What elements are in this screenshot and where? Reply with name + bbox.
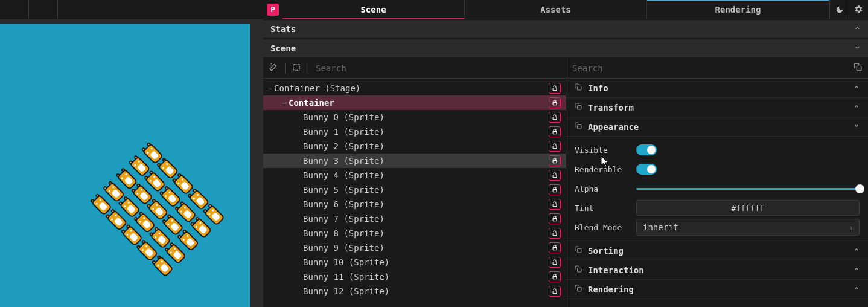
lock-icon[interactable]: [549, 155, 561, 166]
section-stats[interactable]: Stats: [263, 19, 868, 39]
svg-rect-4: [553, 132, 557, 134]
svg-rect-6: [553, 161, 557, 163]
tree-item-sprite[interactable]: Bunny 1 (Sprite): [263, 124, 566, 139]
tree-item-sprite[interactable]: Bunny 12 (Sprite): [263, 284, 566, 299]
svg-rect-17: [578, 86, 582, 91]
theme-toggle-icon[interactable]: [829, 0, 849, 19]
copy-icon[interactable]: [854, 63, 862, 74]
slider-thumb[interactable]: [855, 184, 864, 193]
lock-icon[interactable]: [549, 83, 561, 94]
viewport-tabs: [0, 0, 263, 19]
prop-label: Renderable: [575, 165, 636, 174]
svg-rect-3: [553, 117, 557, 120]
search-input[interactable]: [316, 63, 560, 73]
lock-icon[interactable]: [549, 170, 561, 181]
tree-item-label: Bunny 12 (Sprite): [303, 286, 389, 296]
tree-item-sprite[interactable]: Bunny 0 (Sprite): [263, 110, 566, 124]
copy-icon[interactable]: [575, 265, 582, 274]
copy-icon[interactable]: [575, 103, 582, 112]
prop-label: Blend Mode: [575, 223, 636, 232]
expander-icon[interactable]: —: [266, 85, 274, 92]
copy-icon[interactable]: [575, 246, 582, 255]
lock-icon[interactable]: [549, 126, 561, 137]
svg-rect-22: [578, 288, 582, 292]
prop-section-sorting[interactable]: Sorting: [566, 241, 868, 260]
tree-item-sprite[interactable]: Bunny 9 (Sprite): [263, 241, 566, 255]
tab-assets[interactable]: Assets: [465, 0, 647, 19]
copy-icon[interactable]: [575, 83, 582, 92]
game-canvas[interactable]: [0, 24, 250, 307]
prop-label: Visible: [575, 146, 636, 155]
prop-label: Tint: [575, 204, 636, 213]
tree-item-sprite[interactable]: Bunny 11 (Sprite): [263, 270, 566, 284]
lock-icon[interactable]: [549, 184, 561, 195]
chevron-down-icon: [854, 123, 860, 131]
app-logo[interactable]: P: [263, 0, 282, 19]
lock-icon[interactable]: [549, 271, 561, 282]
expander-icon[interactable]: —: [280, 99, 289, 107]
search-input[interactable]: [572, 63, 854, 73]
canvas-wrapper: [0, 19, 263, 307]
tree-item-sprite[interactable]: Bunny 3 (Sprite): [263, 154, 566, 168]
blend-mode-select[interactable]: inherit ⇅: [636, 219, 860, 236]
alpha-slider[interactable]: [636, 188, 860, 190]
lock-icon[interactable]: [549, 286, 561, 297]
lock-icon[interactable]: [549, 228, 561, 239]
appearance-body: Visible Renderable Alpha Tint: [566, 137, 868, 241]
lock-icon[interactable]: [549, 141, 561, 152]
svg-rect-1: [553, 88, 557, 91]
tab-rendering[interactable]: Rendering: [647, 0, 829, 19]
lock-icon[interactable]: [549, 199, 561, 210]
settings-icon[interactable]: [849, 0, 868, 19]
prop-section-transform[interactable]: Transform: [566, 98, 868, 117]
tree-item-container[interactable]: —Container: [263, 95, 566, 110]
prop-section-rendering[interactable]: Rendering: [566, 280, 868, 299]
prop-section-interaction[interactable]: Interaction: [566, 260, 868, 280]
empty-tab[interactable]: [0, 0, 29, 19]
renderable-toggle[interactable]: [636, 164, 657, 175]
svg-rect-2: [553, 103, 557, 105]
chevron-up-icon: [854, 84, 860, 92]
tree-item-stage[interactable]: —Container (Stage): [263, 81, 566, 95]
tree-item-sprite[interactable]: Bunny 8 (Sprite): [263, 226, 566, 241]
lock-icon[interactable]: [549, 257, 561, 268]
section-scene[interactable]: Scene: [263, 39, 868, 58]
tree-item-label: Container (Stage): [274, 83, 360, 93]
visible-toggle[interactable]: [636, 144, 657, 155]
empty-tab[interactable]: [29, 0, 58, 19]
lock-icon[interactable]: [549, 112, 561, 123]
tree-item-label: Bunny 1 (Sprite): [303, 127, 385, 137]
lock-icon[interactable]: [549, 213, 561, 224]
tree-item-label: Bunny 10 (Sprite): [303, 257, 389, 267]
tab-scene[interactable]: Scene: [282, 0, 465, 19]
tree-item-sprite[interactable]: Bunny 7 (Sprite): [263, 212, 566, 226]
svg-rect-5: [553, 146, 557, 149]
svg-rect-15: [553, 291, 557, 294]
lock-icon[interactable]: [549, 242, 561, 253]
scene-tree-pane: —Container (Stage)—ContainerBunny 0 (Spr…: [263, 58, 566, 307]
tree-item-label: Bunny 4 (Sprite): [303, 170, 385, 180]
tree-item-sprite[interactable]: Bunny 4 (Sprite): [263, 168, 566, 183]
svg-rect-16: [857, 66, 861, 71]
wand-icon[interactable]: [269, 63, 278, 73]
chevron-up-icon: [854, 266, 860, 274]
tree-item-label: Bunny 3 (Sprite): [303, 156, 385, 166]
bounds-icon[interactable]: [293, 63, 301, 73]
chevron-up-icon: [854, 247, 860, 254]
tree-item-label: Bunny 5 (Sprite): [303, 185, 385, 195]
copy-icon[interactable]: [575, 122, 582, 131]
tree-item-label: Bunny 9 (Sprite): [303, 243, 385, 253]
tree-item-sprite[interactable]: Bunny 6 (Sprite): [263, 197, 566, 212]
copy-icon[interactable]: [575, 285, 582, 294]
toolbar-divider: [308, 63, 308, 74]
svg-rect-8: [553, 190, 557, 192]
tree-item-label: Bunny 11 (Sprite): [303, 272, 389, 282]
tree-item-sprite[interactable]: Bunny 10 (Sprite): [263, 255, 566, 270]
prop-section-appearance[interactable]: Appearance: [566, 117, 868, 137]
tree-item-sprite[interactable]: Bunny 2 (Sprite): [263, 139, 566, 154]
lock-icon[interactable]: [549, 97, 561, 108]
prop-section-info[interactable]: Info: [566, 79, 868, 98]
tint-input[interactable]: [636, 200, 860, 216]
tree-item-sprite[interactable]: Bunny 5 (Sprite): [263, 183, 566, 197]
logo-badge: P: [267, 4, 279, 16]
